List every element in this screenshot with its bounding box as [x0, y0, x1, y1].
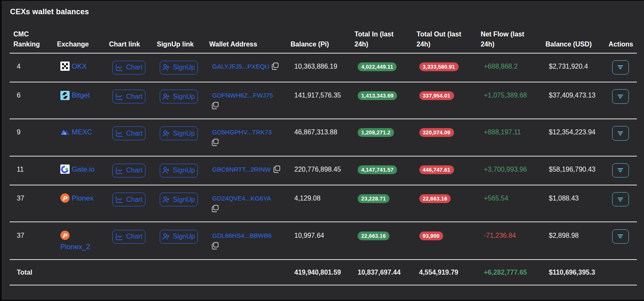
svg-text:P: P [63, 195, 68, 202]
svg-text:P: P [63, 232, 68, 239]
